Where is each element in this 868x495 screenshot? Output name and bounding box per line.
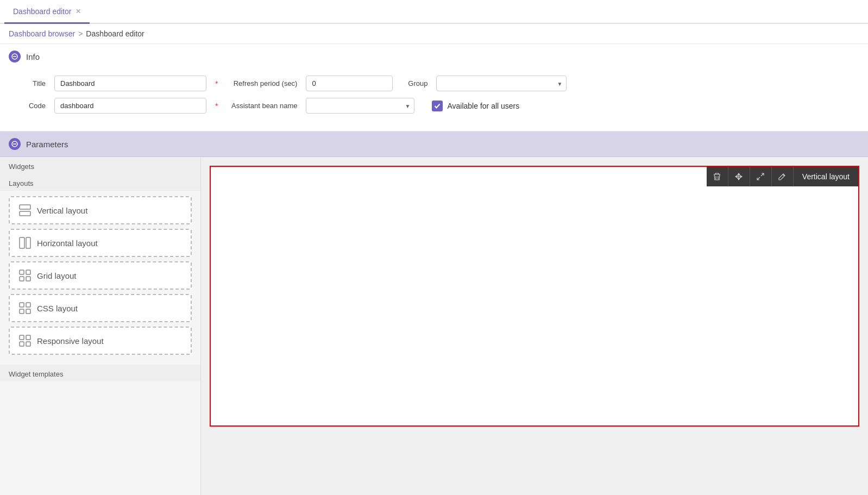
svg-rect-12 xyxy=(20,303,24,307)
svg-rect-15 xyxy=(26,309,30,314)
grid-layout-icon xyxy=(18,269,32,282)
svg-rect-16 xyxy=(20,335,24,340)
breadcrumb-separator: > xyxy=(78,29,83,38)
assistant-label: Assistant bean name xyxy=(227,102,297,110)
title-label: Title xyxy=(13,79,46,87)
code-input[interactable] xyxy=(54,98,206,114)
svg-rect-6 xyxy=(20,237,24,248)
svg-rect-17 xyxy=(26,335,30,340)
refresh-input[interactable] xyxy=(306,76,393,91)
title-required-star: * xyxy=(215,79,218,88)
vertical-layout-icon xyxy=(18,204,32,217)
parameters-section: Parameters xyxy=(0,131,868,157)
layout-items-container: Vertical layout Horizontal layout xyxy=(0,191,200,360)
canvas-label: Vertical layout xyxy=(794,167,858,186)
canvas-move-button[interactable] xyxy=(728,167,750,186)
vertical-layout-item[interactable]: Vertical layout xyxy=(9,196,192,224)
horizontal-layout-item[interactable]: Horizontal layout xyxy=(9,229,192,257)
vertical-layout-label: Vertical layout xyxy=(37,206,87,215)
title-row: Title * Refresh period (sec) Group xyxy=(13,76,855,91)
available-checkbox-wrapper[interactable]: Available for all users xyxy=(432,101,519,111)
sidebar: Widgets Layouts Vertical layout xyxy=(0,157,201,495)
svg-rect-10 xyxy=(20,277,24,281)
canvas-area: Vertical layout xyxy=(201,157,868,495)
info-toggle-icon[interactable] xyxy=(9,51,21,62)
grid-layout-label: Grid layout xyxy=(37,271,77,280)
code-required-star: * xyxy=(215,102,218,110)
canvas-edit-button[interactable] xyxy=(772,167,794,186)
tab-label: Dashboard editor xyxy=(13,7,71,16)
css-layout-label: CSS layout xyxy=(37,304,78,313)
parameters-section-title: Parameters xyxy=(26,140,68,149)
horizontal-layout-label: Horizontal layout xyxy=(37,239,98,248)
group-label: Group xyxy=(401,79,427,87)
breadcrumb: Dashboard browser > Dashboard editor xyxy=(0,24,868,44)
css-layout-item[interactable]: CSS layout xyxy=(9,294,192,322)
available-label: Available for all users xyxy=(447,102,519,110)
code-label: Code xyxy=(13,102,46,110)
grid-layout-item[interactable]: Grid layout xyxy=(9,261,192,290)
dashboard-editor-tab[interactable]: Dashboard editor × xyxy=(4,0,90,24)
widgets-label: Widgets xyxy=(0,157,200,174)
breadcrumb-parent[interactable]: Dashboard browser xyxy=(9,29,75,38)
code-row: Code * Assistant bean name Available for… xyxy=(13,98,855,114)
tab-bar: Dashboard editor × xyxy=(0,0,868,24)
canvas-toolbar: Vertical layout xyxy=(707,167,858,186)
layouts-label: Layouts xyxy=(0,174,200,191)
group-select-wrapper xyxy=(436,76,567,91)
assistant-select-wrapper xyxy=(306,98,414,114)
widget-templates-label: Widget templates xyxy=(0,365,200,381)
svg-rect-13 xyxy=(26,303,30,307)
parameters-section-header[interactable]: Parameters xyxy=(0,131,868,156)
title-input[interactable] xyxy=(54,76,206,91)
info-section-body: Title * Refresh period (sec) Group Code … xyxy=(0,69,868,131)
parameters-toggle-icon[interactable] xyxy=(9,138,21,150)
responsive-layout-icon xyxy=(18,334,32,347)
main-content: Widgets Layouts Vertical layout xyxy=(0,157,868,495)
info-section: Info Title * Refresh period (sec) Group … xyxy=(0,44,868,131)
responsive-layout-label: Responsive layout xyxy=(37,336,104,346)
svg-rect-4 xyxy=(20,205,30,209)
refresh-label: Refresh period (sec) xyxy=(227,79,297,87)
horizontal-layout-icon xyxy=(18,236,32,249)
canvas-frame: Vertical layout xyxy=(210,166,859,427)
group-select[interactable] xyxy=(436,76,567,91)
svg-rect-19 xyxy=(26,342,30,346)
responsive-layout-item[interactable]: Responsive layout xyxy=(9,327,192,355)
info-section-title: Info xyxy=(26,52,40,61)
svg-rect-7 xyxy=(26,237,30,248)
canvas-expand-button[interactable] xyxy=(750,167,772,186)
tab-close-icon[interactable]: × xyxy=(76,7,80,16)
available-checkbox[interactable] xyxy=(432,101,443,111)
svg-rect-14 xyxy=(20,309,24,314)
assistant-select[interactable] xyxy=(306,98,414,114)
breadcrumb-current: Dashboard editor xyxy=(86,29,144,38)
canvas-delete-button[interactable] xyxy=(707,167,728,186)
svg-rect-9 xyxy=(26,270,30,274)
svg-rect-5 xyxy=(20,211,30,216)
css-layout-icon xyxy=(18,302,32,315)
info-section-header[interactable]: Info xyxy=(0,44,868,69)
svg-rect-18 xyxy=(20,342,24,346)
svg-rect-11 xyxy=(26,277,30,281)
svg-rect-8 xyxy=(20,270,24,274)
